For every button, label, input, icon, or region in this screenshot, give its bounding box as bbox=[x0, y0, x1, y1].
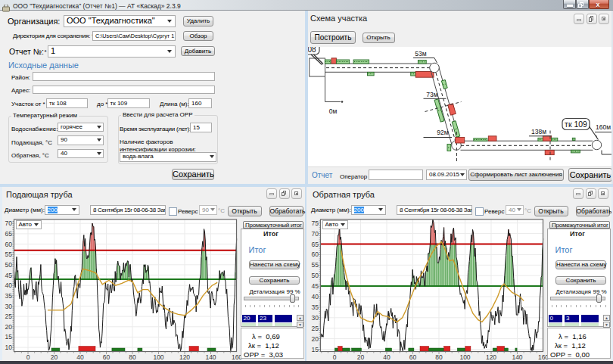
svg-text:140: 140 bbox=[205, 353, 216, 361]
svg-text:08: 08 bbox=[308, 47, 316, 54]
svg-text:тк 109: тк 109 bbox=[565, 120, 587, 129]
svg-text:160м: 160м bbox=[596, 123, 611, 131]
svg-text:20: 20 bbox=[51, 353, 58, 361]
svg-text:100: 100 bbox=[459, 353, 470, 361]
svg-text:50: 50 bbox=[312, 272, 319, 279]
svg-text:60: 60 bbox=[409, 353, 417, 361]
svg-text:73м: 73м bbox=[426, 91, 437, 98]
svg-text:15: 15 bbox=[312, 346, 319, 353]
svg-text:20: 20 bbox=[357, 353, 365, 361]
svg-text:20: 20 bbox=[5, 323, 13, 331]
svg-text:40: 40 bbox=[383, 353, 391, 361]
svg-text:45: 45 bbox=[312, 282, 319, 290]
svg-text:40: 40 bbox=[76, 353, 84, 361]
svg-text:138м: 138м bbox=[531, 128, 546, 135]
svg-text:30: 30 bbox=[312, 314, 319, 322]
svg-text:70: 70 bbox=[312, 230, 319, 238]
svg-text:60: 60 bbox=[312, 250, 319, 258]
svg-text:60: 60 bbox=[103, 353, 110, 361]
svg-text:92м: 92м bbox=[437, 129, 448, 136]
svg-text:80: 80 bbox=[435, 353, 443, 361]
svg-text:50: 50 bbox=[5, 261, 13, 269]
svg-text:15: 15 bbox=[5, 333, 13, 341]
svg-text:70: 70 bbox=[5, 219, 13, 227]
svg-text:20: 20 bbox=[312, 335, 319, 343]
svg-text:65: 65 bbox=[5, 230, 13, 238]
svg-text:100: 100 bbox=[153, 353, 163, 361]
svg-text:80: 80 bbox=[129, 353, 136, 361]
svg-text:55: 55 bbox=[5, 250, 13, 258]
svg-text:60: 60 bbox=[5, 241, 13, 248]
svg-text:120: 120 bbox=[179, 353, 190, 361]
svg-text:0: 0 bbox=[26, 353, 30, 361]
svg-text:40: 40 bbox=[312, 293, 319, 300]
svg-text:25: 25 bbox=[5, 313, 13, 320]
svg-text:0м: 0м bbox=[329, 107, 338, 115]
svg-text:35: 35 bbox=[312, 303, 319, 311]
svg-text:65: 65 bbox=[312, 241, 319, 248]
svg-text:45: 45 bbox=[5, 272, 13, 279]
svg-text:35: 35 bbox=[5, 292, 13, 300]
svg-text:10: 10 bbox=[5, 344, 13, 351]
svg-text:30: 30 bbox=[5, 303, 13, 310]
svg-text:120: 120 bbox=[486, 353, 496, 361]
svg-text:25: 25 bbox=[312, 325, 319, 332]
svg-text:140: 140 bbox=[512, 353, 522, 361]
svg-text:0: 0 bbox=[333, 353, 337, 361]
svg-text:40: 40 bbox=[5, 282, 13, 289]
svg-text:53м: 53м bbox=[415, 50, 426, 58]
svg-text:75: 75 bbox=[312, 219, 319, 227]
svg-text:55: 55 bbox=[312, 261, 319, 269]
